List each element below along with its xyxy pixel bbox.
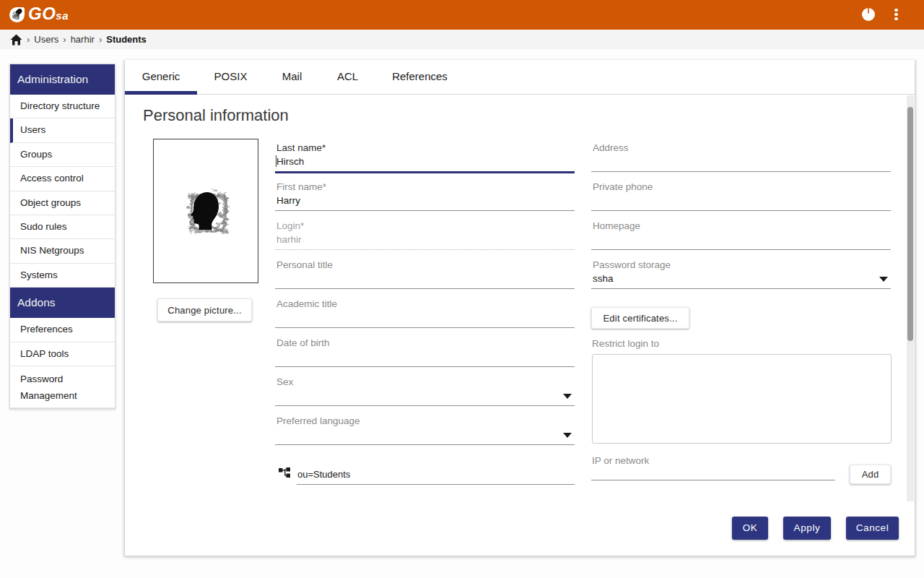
field-label: Homepage [593, 220, 640, 231]
edit-certificates-button[interactable]: Edit certificates... [591, 307, 689, 329]
field-underline [591, 249, 891, 250]
tab-acl[interactable]: ACL [320, 60, 375, 91]
field-underline [275, 327, 575, 328]
sidebar-item-password-management[interactable]: Password Management [10, 366, 115, 408]
field-underline [275, 288, 575, 289]
dropdown-arrow-icon[interactable] [563, 394, 572, 399]
sidebar-item-preferences[interactable]: Preferences [10, 318, 115, 342]
field-underline [591, 288, 891, 289]
tab-posix[interactable]: POSIX [197, 60, 264, 91]
field-label: Private phone [593, 181, 653, 192]
ldap-tree-icon [279, 467, 290, 478]
tabbar-divider [125, 94, 915, 95]
breadcrumb-separator: › [27, 34, 30, 45]
scrollbar-track[interactable] [907, 95, 914, 501]
field-private-phone: Private phone [591, 181, 891, 220]
scrollbar-thumb[interactable] [907, 107, 913, 341]
sidebar-item-systems[interactable]: Systems [10, 264, 115, 288]
page-title: Personal information [143, 106, 289, 125]
field-label: Personal title [276, 259, 333, 270]
sidebar-item-directory-structure[interactable]: Directory structure [10, 95, 115, 118]
cancel-button[interactable]: Cancel [846, 517, 899, 540]
field-underline-disabled [275, 249, 575, 250]
field-first-name: First name* Harry [275, 181, 575, 220]
user-photo-box [153, 139, 258, 283]
ip-network-underline [591, 480, 835, 480]
top-bar: GOsa [0, 0, 924, 30]
logo-main: GO [28, 4, 56, 23]
breadcrumb-separator: › [63, 34, 66, 45]
add-button[interactable]: Add [850, 465, 891, 484]
breadcrumb-item-harhir[interactable]: harhir [71, 34, 95, 46]
field-personal-title: Personal title [275, 259, 575, 298]
sidebar-section-addons: Addons [10, 288, 115, 318]
field-underline [275, 444, 575, 445]
restrict-login-label: Restrict login to [592, 338, 659, 349]
field-value[interactable]: ssha [593, 273, 614, 284]
gosa-logo-text: GOsa [28, 4, 69, 24]
field-homepage: Homepage [591, 220, 891, 259]
session-clock-icon[interactable] [862, 8, 875, 21]
change-picture-button[interactable]: Change picture... [157, 298, 252, 322]
breadcrumb-item-users[interactable]: Users [34, 34, 58, 46]
sidebar-item-nis-netgroups[interactable]: NIS Netgroups [10, 239, 115, 263]
dropdown-arrow-icon[interactable] [879, 277, 888, 282]
field-password-storage: Password storage ssha [591, 259, 891, 298]
base-object-row: ou=Students [275, 465, 575, 486]
head-silhouette-icon [183, 186, 230, 236]
field-label: Password storage [593, 259, 671, 270]
base-object-value[interactable]: ou=Students [297, 469, 350, 480]
kebab-menu-icon[interactable] [892, 7, 899, 23]
sidebar-item-access-control[interactable]: Access control [10, 167, 115, 191]
sidebar-item-users[interactable]: Users [10, 118, 115, 142]
field-label: Preferred language [276, 415, 360, 426]
gosa-logo-badge[interactable] [9, 7, 25, 22]
field-label: Last name* [276, 142, 326, 153]
field-underline [591, 171, 891, 172]
field-preferred-language: Preferred language [275, 415, 575, 454]
field-underline [275, 366, 575, 367]
tab-references[interactable]: References [375, 60, 464, 91]
gosa-squid-icon [9, 7, 25, 22]
logo-sub: sa [56, 9, 69, 22]
ok-button[interactable]: OK [732, 517, 768, 540]
sidebar-item-ldap-tools[interactable]: LDAP tools [10, 342, 115, 366]
tab-generic[interactable]: Generic [125, 60, 197, 91]
field-sex: Sex [275, 376, 575, 415]
field-label: Address [593, 142, 629, 153]
field-address: Address [591, 142, 891, 181]
field-academic-title: Academic title [275, 298, 575, 337]
breadcrumb-separator: › [99, 34, 102, 45]
ip-network-label: IP or network [592, 455, 649, 466]
field-label: Academic title [276, 298, 337, 309]
restrict-login-textarea[interactable] [592, 354, 892, 444]
home-icon[interactable] [10, 34, 22, 46]
base-object-underline [297, 484, 575, 485]
field-value[interactable]: Hirsch [276, 156, 304, 167]
breadcrumb: › Users › harhir › Students [0, 30, 924, 49]
field-label: Login* [276, 220, 304, 231]
active-tab-underline [125, 91, 197, 95]
sidebar-item-sudo-rules[interactable]: Sudo rules [10, 215, 115, 239]
field-underline [275, 210, 575, 211]
field-label: First name* [276, 181, 326, 192]
field-value[interactable]: Harry [276, 195, 300, 206]
dropdown-arrow-icon[interactable] [563, 433, 572, 438]
field-underline-focused [275, 171, 575, 173]
field-login: Login* harhir [275, 220, 575, 259]
sidebar-item-object-groups[interactable]: Object groups [10, 191, 115, 215]
field-label: Date of birth [276, 337, 330, 348]
sidebar-item-groups[interactable]: Groups [10, 143, 115, 167]
breadcrumb-item-students[interactable]: Students [106, 34, 147, 46]
apply-button[interactable]: Apply [783, 517, 831, 540]
field-underline [275, 405, 575, 406]
sidebar: Administration Directory structure Users… [9, 64, 116, 409]
tab-mail[interactable]: Mail [264, 60, 320, 91]
field-last-name: Last name* Hirsch [275, 142, 575, 181]
field-underline [591, 210, 891, 211]
field-date-of-birth: Date of birth [275, 337, 575, 376]
main-panel: Generic POSIX Mail ACL References Person… [124, 60, 915, 556]
field-label: Sex [276, 376, 293, 387]
field-value: harhir [276, 234, 302, 245]
tab-bar: Generic POSIX Mail ACL References [125, 60, 915, 95]
